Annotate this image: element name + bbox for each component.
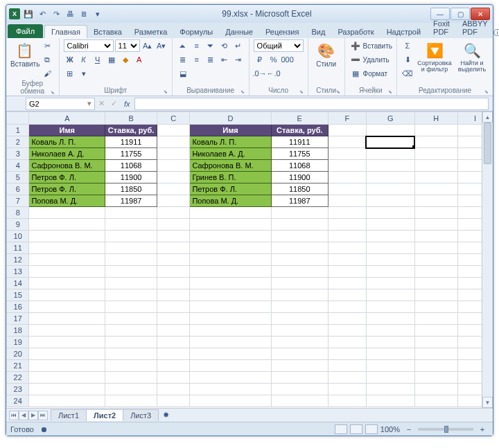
cell[interactable] [328,384,366,395]
row-header[interactable]: 19 [7,337,29,348]
cell[interactable] [366,289,414,301]
cell[interactable] [328,125,366,136]
cell[interactable] [157,148,190,160]
align-bottom-icon[interactable]: ⏷ [204,39,217,52]
cell[interactable] [414,125,457,136]
cell[interactable]: Попова М. Д. [29,195,105,207]
col-header[interactable]: E [271,112,328,125]
cell[interactable] [414,254,457,266]
fill-color-icon[interactable]: ◆ [119,53,132,66]
cell[interactable] [157,348,190,360]
cell[interactable]: Петров Ф. Л. [29,172,105,183]
cell[interactable] [271,372,328,384]
autosum-icon[interactable]: Σ [401,39,414,52]
cell[interactable] [414,172,457,183]
wrap-text-icon[interactable]: ↵ [232,39,245,52]
cell[interactable]: 11911 [271,136,328,148]
styles-button[interactable]: 🎨 Стили [313,39,340,68]
cell[interactable] [190,313,271,325]
cell[interactable] [190,372,271,384]
cell[interactable] [328,172,366,183]
cell[interactable] [271,348,328,360]
cell[interactable] [366,207,414,219]
sheet-tab[interactable]: Лист2 [86,409,123,421]
cell[interactable]: 11900 [105,172,157,183]
cell[interactable]: Попова М. Д. [190,195,271,207]
scroll-down-icon[interactable]: ▼ [482,397,493,408]
cell[interactable] [190,219,271,231]
cell[interactable] [414,348,457,360]
cell[interactable] [105,395,157,407]
cell[interactable]: Сафронова В. М. [190,160,271,172]
tab-file[interactable]: Файл [8,24,43,38]
view-normal-icon[interactable] [335,424,347,434]
zoom-in-icon[interactable]: + [476,423,489,436]
cell[interactable]: 11068 [105,160,157,172]
cell[interactable] [105,231,157,242]
cell[interactable] [157,337,190,348]
bold-icon[interactable]: Ж [64,53,76,66]
row-header[interactable]: 12 [7,254,29,266]
cell[interactable] [366,195,414,207]
col-header[interactable]: D [190,112,271,125]
delete-cells-icon[interactable]: ➖ [349,53,362,66]
cell[interactable] [190,395,271,407]
undo-icon[interactable]: ↶ [37,8,48,19]
fx-icon[interactable]: fx [124,100,130,108]
comma-icon[interactable]: 000 [281,53,294,66]
cell[interactable] [105,360,157,372]
border-icon[interactable]: ▦ [105,53,118,66]
align-right-icon[interactable]: ≣ [204,53,217,66]
cell[interactable] [157,136,190,148]
cell[interactable] [414,278,457,289]
tab-вставка[interactable]: Вставка [87,26,128,38]
cell[interactable] [29,289,105,301]
cell[interactable] [414,325,457,337]
cell[interactable] [271,325,328,337]
cell[interactable] [414,289,457,301]
borders-icon[interactable]: ⊞ [64,67,76,80]
format-label[interactable]: Формат [363,70,388,78]
cell[interactable] [190,301,271,313]
grow-font-icon[interactable]: A▴ [141,39,154,52]
cell[interactable] [366,148,414,160]
cell[interactable] [157,301,190,313]
cell[interactable] [190,337,271,348]
cell[interactable] [328,360,366,372]
cell[interactable] [414,360,457,372]
cell[interactable] [414,337,457,348]
percent-icon[interactable]: % [268,53,280,66]
preview-icon[interactable]: 🗎 [78,8,89,19]
cell[interactable] [190,254,271,266]
cell[interactable] [366,301,414,313]
cell[interactable] [271,254,328,266]
align-center-icon[interactable]: ≡ [191,53,203,66]
cell[interactable] [328,254,366,266]
cell[interactable] [271,231,328,242]
row-header[interactable]: 8 [7,207,29,219]
cell[interactable] [105,384,157,395]
cell[interactable] [328,337,366,348]
orientation-icon[interactable]: ⟲ [218,39,231,52]
cell[interactable] [271,278,328,289]
redo-icon[interactable]: ↷ [51,8,62,19]
cell[interactable]: 11850 [271,183,328,195]
cell[interactable] [328,301,366,313]
cancel-fx-icon[interactable]: ✕ [95,98,107,110]
cell[interactable]: Гринев В. П. [190,172,271,183]
row-header[interactable]: 5 [7,172,29,183]
cell[interactable] [328,219,366,231]
sheet-next-icon[interactable]: ▶ [28,411,38,420]
cell[interactable] [328,266,366,278]
cell[interactable] [414,266,457,278]
tab-рецензия[interactable]: Рецензия [259,26,306,38]
save-icon[interactable]: 💾 [23,8,34,19]
help-icon[interactable]: ⓘ [493,28,499,38]
cell[interactable]: Коваль Л. П. [29,136,105,148]
cell[interactable] [366,325,414,337]
cell[interactable] [414,372,457,384]
cell[interactable] [29,254,105,266]
name-box[interactable]: G2▾ [26,98,95,110]
cell[interactable] [157,254,190,266]
cell[interactable]: 11987 [271,195,328,207]
